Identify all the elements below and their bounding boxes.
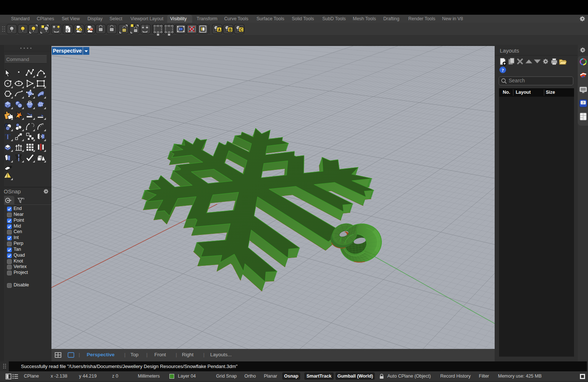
svg-text:T: T <box>5 132 11 141</box>
svg-text:?: ? <box>582 101 584 105</box>
svg-text:?: ? <box>502 67 504 73</box>
svg-text:B: B <box>229 28 232 32</box>
svg-text:C: C <box>240 28 243 32</box>
svg-text:A: A <box>218 28 220 32</box>
